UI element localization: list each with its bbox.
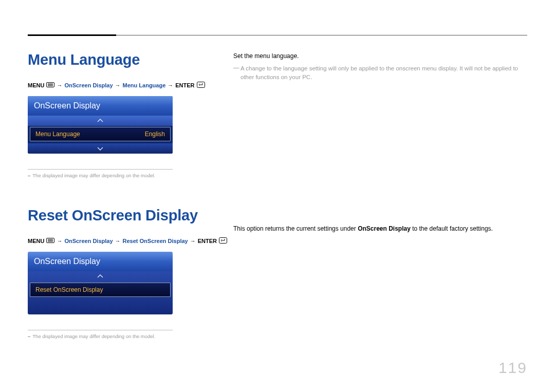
footnote-text: The displayed image may differ depending… [32,333,155,339]
arrow-icon: → [115,238,121,244]
menu-button-icon [46,238,54,244]
osd-scroll-up-button[interactable] [28,116,173,126]
body-strong: OnScreen Display [358,225,411,232]
osd-body: Reset OnScreen Display [28,271,173,314]
breadcrumb-enter-label: ENTER [175,82,194,88]
chevron-up-icon [97,118,103,124]
right-column: Set the menu language. A change to the l… [229,51,527,339]
left-column: Menu Language MENU → OnScreen Display → … [28,51,229,339]
footnote-reset-osd: –The displayed image may differ dependin… [28,333,182,339]
dash-icon: – [28,173,30,178]
osd-reset-row[interactable]: Reset OnScreen Display [30,283,171,297]
osd-row-value: English [145,130,165,138]
breadcrumb-item: Reset OnScreen Display [123,238,188,244]
footnote-menu-language: –The displayed image may differ dependin… [28,173,182,178]
osd-menu-language-row[interactable]: Menu Language English [30,127,171,141]
body-post: to the default factory settings. [411,225,493,232]
breadcrumb-menu-language: MENU → OnScreen Display → Menu Language … [28,82,229,89]
arrow-icon: → [115,82,121,88]
footnote-rule [28,169,173,170]
arrow-icon: → [57,82,62,88]
chevron-up-icon [97,273,103,279]
osd-row-label: Menu Language [35,130,80,138]
osd-spacer [28,297,173,310]
content-columns: Menu Language MENU → OnScreen Display → … [28,35,527,339]
breadcrumb-osd: OnScreen Display [64,82,113,88]
dash-icon: – [28,333,30,339]
osd-scroll-up-button[interactable] [28,271,173,282]
body-note-menu-language: A change to the language setting will on… [233,64,527,83]
section-title-reset-osd: Reset OnScreen Display [28,207,229,224]
breadcrumb-enter-label: ENTER [198,238,217,244]
breadcrumb-reset-osd: MENU → OnScreen Display → Reset OnScreen… [28,237,229,245]
osd-scroll-down-button[interactable] [28,143,173,154]
footnote-text: The displayed image may differ depending… [32,173,155,178]
header-rule-accent [28,34,116,36]
enter-button-icon [197,82,205,89]
breadcrumb-osd: OnScreen Display [64,238,113,244]
section-title-menu-language: Menu Language [28,51,229,68]
osd-panel-menu-language: OnScreen Display Menu Language English [28,96,173,154]
arrow-icon: → [168,82,173,88]
footnote-rule [28,330,173,330]
page: Menu Language MENU → OnScreen Display → … [0,0,555,392]
menu-button-icon [46,82,54,88]
body-pre: This option returns the current settings… [233,225,358,232]
breadcrumb-menu-label: MENU [28,238,44,244]
enter-button-icon [219,237,227,245]
section-menu-language: Menu Language MENU → OnScreen Display → … [28,51,229,178]
body-text-menu-language: Set the menu language. [233,51,527,61]
osd-header: OnScreen Display [28,96,173,116]
osd-header: OnScreen Display [28,252,173,271]
breadcrumb-menu-label: MENU [28,82,44,88]
section-reset-osd: Reset OnScreen Display MENU → OnScreen D… [28,207,229,339]
arrow-icon: → [57,238,62,244]
breadcrumb-item: Menu Language [123,82,166,88]
osd-panel-reset-osd: OnScreen Display Reset OnScreen Display [28,252,173,314]
osd-row-label: Reset OnScreen Display [35,286,103,293]
chevron-down-icon [97,145,103,152]
body-text-reset-osd: This option returns the current settings… [233,224,527,234]
arrow-icon: → [190,238,196,244]
page-number: 119 [498,359,527,377]
